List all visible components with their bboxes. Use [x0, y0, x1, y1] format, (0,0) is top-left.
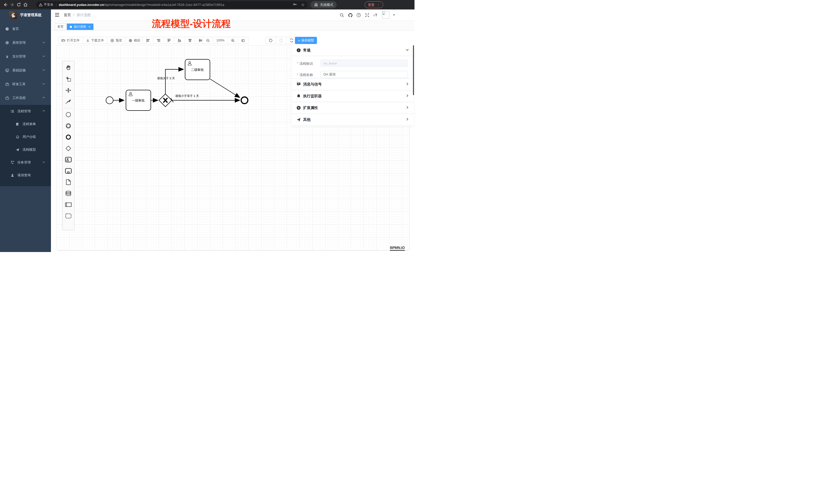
font-size-icon[interactable]: TT: [372, 12, 379, 18]
fullscreen-icon[interactable]: [364, 12, 370, 18]
undo-icon: [268, 38, 273, 42]
refresh-icon: [290, 38, 294, 42]
tags-view: 首页 设计流程 ✕: [51, 21, 414, 31]
section-extended-properties[interactable]: 扩展属性: [292, 102, 414, 114]
search-icon[interactable]: [339, 12, 345, 18]
zoom-in-button[interactable]: [228, 37, 238, 44]
space-tool[interactable]: [63, 85, 73, 96]
app-header: 首页 / 设计流程 ? TT ▾: [51, 9, 414, 21]
security-chip[interactable]: 不安全: [39, 3, 53, 7]
back-icon[interactable]: [2, 2, 9, 8]
sidebar-item-process-form[interactable]: 流程表单: [0, 118, 51, 130]
align-bottom-button[interactable]: [174, 37, 185, 44]
create-participant[interactable]: [63, 199, 73, 210]
create-data-object[interactable]: [63, 177, 73, 188]
section-other[interactable]: 其他: [292, 114, 414, 126]
align-top-button[interactable]: [164, 37, 174, 44]
undo-button[interactable]: [265, 37, 276, 44]
global-connect-tool[interactable]: [63, 96, 73, 107]
task-first-approval[interactable]: 一级审批: [126, 90, 151, 111]
create-user-task[interactable]: [63, 154, 73, 165]
sidebar: 🐇 芋道管理系统 首页 系统管理 ¥ 支付管理 基础设施 研发工具: [0, 9, 51, 252]
start-event[interactable]: [106, 97, 113, 104]
sidebar-item-label: 工作流程: [12, 96, 26, 100]
create-start-event[interactable]: [63, 109, 73, 120]
forward-icon[interactable]: [9, 2, 15, 8]
create-group[interactable]: [63, 210, 73, 222]
zoom-reset-button[interactable]: [238, 37, 248, 44]
sidebar-item-home[interactable]: 首页: [0, 22, 51, 36]
sidebar-item-infra[interactable]: 基础设施: [0, 64, 51, 77]
caret-down-icon[interactable]: ▾: [393, 13, 395, 16]
sidebar-item-process-model[interactable]: 流程模型: [0, 143, 51, 156]
chevron-right-icon: [405, 82, 409, 87]
create-subprocess[interactable]: [63, 165, 73, 177]
bookmark-star-icon[interactable]: ☆: [301, 2, 305, 7]
chevron-down-icon: [42, 41, 45, 45]
gear-icon: [5, 41, 9, 45]
align-center-button[interactable]: [185, 37, 195, 44]
preview-button[interactable]: 预览: [107, 37, 125, 44]
update-label: 更新: [368, 3, 374, 7]
help-icon[interactable]: ?: [356, 12, 362, 18]
url-host: dashboard.yudao.iocoder.cn: [59, 3, 104, 7]
download-icon: [86, 39, 89, 42]
zoom-out-button[interactable]: [203, 37, 213, 44]
sidebar-fold-icon[interactable]: [55, 12, 60, 18]
sidebar-item-label: 研发工具: [12, 82, 26, 86]
redo-button[interactable]: [276, 37, 287, 44]
process-name-input[interactable]: [321, 71, 408, 78]
close-icon[interactable]: ✕: [88, 25, 91, 28]
simulate-button[interactable]: 模拟: [125, 37, 143, 44]
sidebar-item-process-management[interactable]: 流程管理: [0, 105, 51, 118]
sidebar-item-label: 流程模型: [23, 147, 36, 152]
create-gateway[interactable]: [63, 143, 73, 154]
sidebar-item-user-group[interactable]: 用户分组: [0, 130, 51, 143]
end-event[interactable]: [241, 97, 248, 104]
open-file-button[interactable]: 打开文件: [58, 37, 83, 44]
sidebar-item-payment[interactable]: ¥ 支付管理: [0, 50, 51, 64]
tag-home[interactable]: 首页: [55, 24, 66, 30]
create-end-event[interactable]: [63, 131, 73, 143]
address-bar[interactable]: 不安全 dashboard.yudao.iocoder.cn/bpm/manag…: [36, 1, 308, 8]
hand-tool[interactable]: [63, 62, 73, 73]
hand-icon: [65, 65, 71, 71]
lasso-tool[interactable]: [63, 73, 73, 85]
incognito-chip: 无痕模式: [311, 1, 337, 8]
sidebar-item-task-management[interactable]: 任务管理: [0, 156, 51, 169]
github-icon[interactable]: [347, 12, 353, 18]
bpmn-io-watermark[interactable]: BPMN.iO: [390, 245, 405, 251]
section-messages-signals[interactable]: 消息与信号: [292, 79, 414, 90]
breadcrumb-separator: /: [73, 13, 74, 17]
scrollbar-thumb[interactable]: [413, 45, 414, 95]
avatar[interactable]: [382, 11, 389, 19]
download-file-button[interactable]: 下载文件: [83, 37, 107, 44]
reload-icon[interactable]: [15, 2, 22, 8]
task-second-approval[interactable]: 二级审批: [185, 60, 210, 80]
sidebar-item-workflow[interactable]: 工作流程: [0, 91, 51, 105]
section-general[interactable]: i 常规: [292, 45, 414, 56]
info-icon: i: [296, 48, 301, 52]
sidebar-item-leave-query[interactable]: 请假查询: [0, 169, 51, 182]
document-edit-icon: [15, 122, 20, 126]
key-icon[interactable]: [293, 2, 297, 7]
tag-design-process[interactable]: 设计流程 ✕: [67, 24, 94, 30]
align-left-button[interactable]: [143, 37, 153, 44]
align-right-button[interactable]: [153, 37, 164, 44]
chevron-right-icon: [405, 94, 409, 99]
create-intermediate-event[interactable]: [63, 120, 73, 131]
process-key-input: [321, 60, 408, 67]
send-icon: [296, 117, 301, 122]
create-data-store[interactable]: [63, 188, 73, 199]
file-button-group: 打开文件 下载文件 预览 模拟: [58, 37, 144, 44]
app-logo-row: 🐇 芋道管理系统: [0, 9, 51, 21]
sidebar-item-system[interactable]: 系统管理: [0, 36, 51, 50]
breadcrumb-home[interactable]: 首页: [64, 13, 71, 17]
align-center-horizontal-icon: [188, 38, 192, 43]
home-icon[interactable]: [22, 2, 29, 8]
sidebar-item-devtools[interactable]: 研发工具: [0, 77, 51, 91]
update-button[interactable]: 更新 ⋮: [365, 1, 383, 8]
save-model-button[interactable]: + 保存模型: [295, 37, 317, 44]
lasso-icon: [65, 76, 71, 82]
section-execution-listener[interactable]: 执行监听器: [292, 90, 414, 102]
